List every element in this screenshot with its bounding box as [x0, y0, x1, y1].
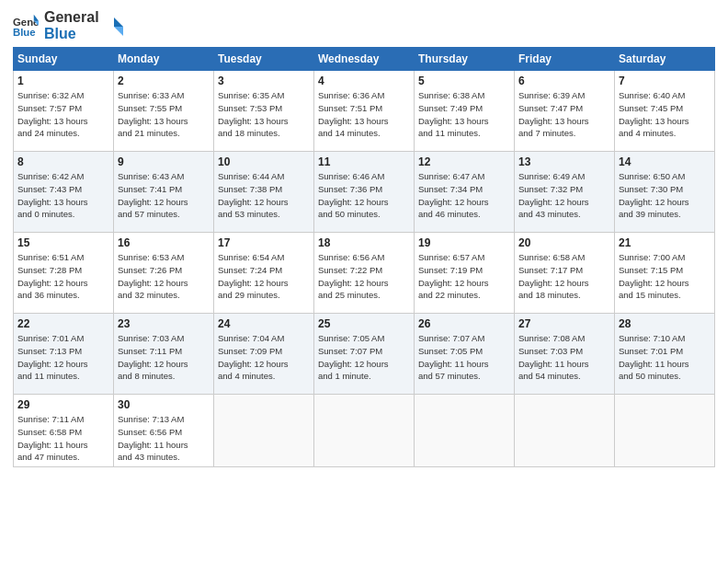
- calendar-cell: 15Sunrise: 6:51 AMSunset: 7:28 PMDayligh…: [14, 233, 114, 314]
- day-info: Sunrise: 7:05 AMSunset: 7:07 PMDaylight:…: [318, 332, 410, 383]
- calendar-cell: [314, 395, 415, 467]
- day-info: Sunrise: 6:47 AMSunset: 7:34 PMDaylight:…: [418, 170, 510, 221]
- logo-general: General: [44, 9, 99, 26]
- day-info: Sunrise: 6:54 AMSunset: 7:24 PMDaylight:…: [218, 251, 310, 302]
- logo-triangle-icon: [103, 16, 123, 36]
- col-header-wednesday: Wednesday: [314, 48, 415, 71]
- calendar-cell: 1Sunrise: 6:32 AMSunset: 7:57 PMDaylight…: [14, 71, 114, 152]
- day-number: 3: [218, 75, 310, 87]
- day-number: 17: [218, 236, 310, 249]
- calendar-cell: 10Sunrise: 6:44 AMSunset: 7:38 PMDayligh…: [214, 152, 314, 233]
- day-info: Sunrise: 7:08 AMSunset: 7:03 PMDaylight:…: [518, 332, 610, 383]
- calendar-cell: 23Sunrise: 7:03 AMSunset: 7:11 PMDayligh…: [114, 314, 214, 395]
- logo-blue: Blue: [44, 26, 99, 42]
- svg-text:Blue: Blue: [13, 27, 36, 38]
- day-info: Sunrise: 6:35 AMSunset: 7:53 PMDaylight:…: [218, 89, 310, 140]
- col-header-thursday: Thursday: [415, 48, 515, 71]
- calendar-cell: 9Sunrise: 6:43 AMSunset: 7:41 PMDaylight…: [114, 152, 214, 233]
- svg-marker-4: [114, 17, 123, 27]
- calendar-table: SundayMondayTuesdayWednesdayThursdayFrid…: [13, 47, 715, 467]
- calendar-cell: [615, 395, 715, 467]
- day-number: 10: [218, 155, 310, 168]
- day-info: Sunrise: 6:36 AMSunset: 7:51 PMDaylight:…: [318, 89, 410, 140]
- calendar-cell: 14Sunrise: 6:50 AMSunset: 7:30 PMDayligh…: [615, 152, 715, 233]
- calendar-cell: 6Sunrise: 6:39 AMSunset: 7:47 PMDaylight…: [515, 71, 615, 152]
- day-info: Sunrise: 6:46 AMSunset: 7:36 PMDaylight:…: [318, 170, 410, 221]
- calendar-cell: 18Sunrise: 6:56 AMSunset: 7:22 PMDayligh…: [314, 233, 415, 314]
- svg-marker-5: [114, 27, 123, 36]
- day-number: 9: [118, 155, 210, 168]
- day-number: 29: [17, 398, 109, 411]
- calendar-header-row: SundayMondayTuesdayWednesdayThursdayFrid…: [14, 48, 715, 71]
- day-number: 15: [17, 236, 109, 249]
- col-header-monday: Monday: [114, 48, 214, 71]
- calendar-cell: [415, 395, 515, 467]
- day-info: Sunrise: 6:44 AMSunset: 7:38 PMDaylight:…: [218, 170, 310, 221]
- day-info: Sunrise: 7:04 AMSunset: 7:09 PMDaylight:…: [218, 332, 310, 383]
- day-number: 18: [318, 236, 410, 249]
- day-number: 26: [418, 317, 510, 330]
- day-number: 22: [17, 317, 109, 330]
- calendar-cell: 27Sunrise: 7:08 AMSunset: 7:03 PMDayligh…: [515, 314, 615, 395]
- day-number: 23: [118, 317, 210, 330]
- day-number: 16: [118, 236, 210, 249]
- calendar-cell: 20Sunrise: 6:58 AMSunset: 7:17 PMDayligh…: [515, 233, 615, 314]
- calendar-cell: 28Sunrise: 7:10 AMSunset: 7:01 PMDayligh…: [615, 314, 715, 395]
- calendar-cell: 17Sunrise: 6:54 AMSunset: 7:24 PMDayligh…: [214, 233, 314, 314]
- day-info: Sunrise: 6:38 AMSunset: 7:49 PMDaylight:…: [418, 89, 510, 140]
- calendar-week-row: 29Sunrise: 7:11 AMSunset: 6:58 PMDayligh…: [14, 395, 715, 467]
- day-info: Sunrise: 7:11 AMSunset: 6:58 PMDaylight:…: [17, 413, 109, 464]
- day-info: Sunrise: 7:03 AMSunset: 7:11 PMDaylight:…: [118, 332, 210, 383]
- day-info: Sunrise: 6:57 AMSunset: 7:19 PMDaylight:…: [418, 251, 510, 302]
- day-number: 25: [318, 317, 410, 330]
- day-number: 13: [518, 155, 610, 168]
- day-number: 14: [619, 155, 711, 168]
- day-info: Sunrise: 6:40 AMSunset: 7:45 PMDaylight:…: [619, 89, 711, 140]
- calendar-cell: 29Sunrise: 7:11 AMSunset: 6:58 PMDayligh…: [14, 395, 114, 467]
- day-number: 24: [218, 317, 310, 330]
- day-number: 28: [619, 317, 711, 330]
- day-number: 19: [418, 236, 510, 249]
- day-info: Sunrise: 7:10 AMSunset: 7:01 PMDaylight:…: [619, 332, 711, 383]
- calendar-cell: 21Sunrise: 7:00 AMSunset: 7:15 PMDayligh…: [615, 233, 715, 314]
- day-number: 6: [518, 75, 610, 87]
- calendar-cell: [515, 395, 615, 467]
- col-header-saturday: Saturday: [615, 48, 715, 71]
- day-info: Sunrise: 6:56 AMSunset: 7:22 PMDaylight:…: [318, 251, 410, 302]
- day-info: Sunrise: 6:39 AMSunset: 7:47 PMDaylight:…: [518, 89, 610, 140]
- day-info: Sunrise: 6:32 AMSunset: 7:57 PMDaylight:…: [17, 89, 109, 140]
- day-number: 7: [619, 75, 711, 87]
- calendar-week-row: 8Sunrise: 6:42 AMSunset: 7:43 PMDaylight…: [14, 152, 715, 233]
- calendar-cell: 3Sunrise: 6:35 AMSunset: 7:53 PMDaylight…: [214, 71, 314, 152]
- logo: General Blue General Blue: [13, 9, 123, 41]
- calendar-cell: 24Sunrise: 7:04 AMSunset: 7:09 PMDayligh…: [214, 314, 314, 395]
- calendar-cell: 13Sunrise: 6:49 AMSunset: 7:32 PMDayligh…: [515, 152, 615, 233]
- calendar-week-row: 22Sunrise: 7:01 AMSunset: 7:13 PMDayligh…: [14, 314, 715, 395]
- day-number: 5: [418, 75, 510, 87]
- col-header-tuesday: Tuesday: [214, 48, 314, 71]
- day-info: Sunrise: 7:00 AMSunset: 7:15 PMDaylight:…: [619, 251, 711, 302]
- calendar-cell: 4Sunrise: 6:36 AMSunset: 7:51 PMDaylight…: [314, 71, 415, 152]
- calendar-cell: 26Sunrise: 7:07 AMSunset: 7:05 PMDayligh…: [415, 314, 515, 395]
- day-info: Sunrise: 7:13 AMSunset: 6:56 PMDaylight:…: [118, 413, 210, 464]
- calendar-cell: 22Sunrise: 7:01 AMSunset: 7:13 PMDayligh…: [14, 314, 114, 395]
- day-info: Sunrise: 6:53 AMSunset: 7:26 PMDaylight:…: [118, 251, 210, 302]
- calendar-cell: 5Sunrise: 6:38 AMSunset: 7:49 PMDaylight…: [415, 71, 515, 152]
- calendar-cell: 30Sunrise: 7:13 AMSunset: 6:56 PMDayligh…: [114, 395, 214, 467]
- day-number: 8: [17, 155, 109, 168]
- day-info: Sunrise: 6:42 AMSunset: 7:43 PMDaylight:…: [17, 170, 109, 221]
- day-number: 1: [17, 75, 109, 87]
- day-number: 30: [118, 398, 210, 411]
- col-header-sunday: Sunday: [14, 48, 114, 71]
- calendar-cell: 19Sunrise: 6:57 AMSunset: 7:19 PMDayligh…: [415, 233, 515, 314]
- day-info: Sunrise: 7:07 AMSunset: 7:05 PMDaylight:…: [418, 332, 510, 383]
- calendar-cell: 25Sunrise: 7:05 AMSunset: 7:07 PMDayligh…: [314, 314, 415, 395]
- calendar-cell: 8Sunrise: 6:42 AMSunset: 7:43 PMDaylight…: [14, 152, 114, 233]
- page-header: General Blue General Blue: [13, 9, 715, 41]
- day-info: Sunrise: 6:50 AMSunset: 7:30 PMDaylight:…: [619, 170, 711, 221]
- day-number: 4: [318, 75, 410, 87]
- calendar-cell: 12Sunrise: 6:47 AMSunset: 7:34 PMDayligh…: [415, 152, 515, 233]
- day-number: 27: [518, 317, 610, 330]
- day-info: Sunrise: 6:43 AMSunset: 7:41 PMDaylight:…: [118, 170, 210, 221]
- day-info: Sunrise: 6:51 AMSunset: 7:28 PMDaylight:…: [17, 251, 109, 302]
